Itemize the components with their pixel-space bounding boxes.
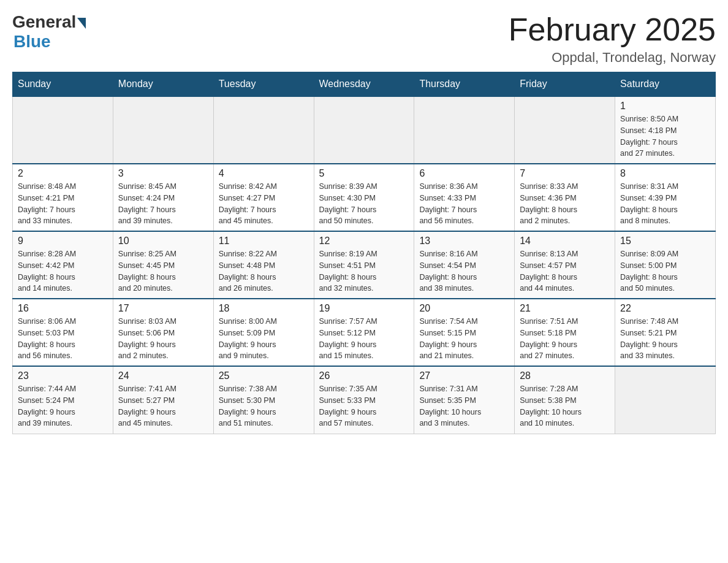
calendar-header-saturday: Saturday <box>615 72 716 97</box>
day-info: Sunrise: 8:50 AM Sunset: 4:18 PM Dayligh… <box>620 113 710 159</box>
calendar-cell: 2Sunrise: 8:48 AM Sunset: 4:21 PM Daylig… <box>13 164 113 231</box>
calendar-cell: 3Sunrise: 8:45 AM Sunset: 4:24 PM Daylig… <box>113 164 213 231</box>
calendar-cell: 14Sunrise: 8:13 AM Sunset: 4:57 PM Dayli… <box>515 231 615 299</box>
day-info: Sunrise: 8:13 AM Sunset: 4:57 PM Dayligh… <box>520 248 610 294</box>
calendar-cell: 9Sunrise: 8:28 AM Sunset: 4:42 PM Daylig… <box>13 231 113 299</box>
calendar-cell: 5Sunrise: 8:39 AM Sunset: 4:30 PM Daylig… <box>314 164 414 231</box>
calendar-cell: 19Sunrise: 7:57 AM Sunset: 5:12 PM Dayli… <box>314 299 414 366</box>
day-info: Sunrise: 7:35 AM Sunset: 5:33 PM Dayligh… <box>319 383 409 429</box>
day-number: 20 <box>419 303 509 314</box>
day-number: 11 <box>219 236 309 247</box>
day-info: Sunrise: 7:57 AM Sunset: 5:12 PM Dayligh… <box>319 316 409 362</box>
calendar-week-row: 23Sunrise: 7:44 AM Sunset: 5:24 PM Dayli… <box>13 366 716 434</box>
calendar-header-tuesday: Tuesday <box>213 72 314 97</box>
calendar-table: SundayMondayTuesdayWednesdayThursdayFrid… <box>12 72 716 434</box>
calendar-cell: 13Sunrise: 8:16 AM Sunset: 4:54 PM Dayli… <box>414 231 515 299</box>
day-info: Sunrise: 8:33 AM Sunset: 4:36 PM Dayligh… <box>520 181 610 227</box>
logo: General Blue <box>12 12 86 52</box>
title-block: February 2025 Oppdal, Trondelag, Norway <box>509 12 716 66</box>
calendar-header-friday: Friday <box>515 72 615 97</box>
day-number: 9 <box>18 236 108 247</box>
day-info: Sunrise: 7:38 AM Sunset: 5:30 PM Dayligh… <box>219 383 309 429</box>
calendar-week-row: 2Sunrise: 8:48 AM Sunset: 4:21 PM Daylig… <box>13 164 716 231</box>
day-info: Sunrise: 8:00 AM Sunset: 5:09 PM Dayligh… <box>219 316 309 362</box>
day-info: Sunrise: 8:16 AM Sunset: 4:54 PM Dayligh… <box>419 248 509 294</box>
day-number: 5 <box>319 168 409 179</box>
day-number: 8 <box>620 168 710 179</box>
day-info: Sunrise: 8:48 AM Sunset: 4:21 PM Dayligh… <box>18 181 108 227</box>
calendar-cell: 12Sunrise: 8:19 AM Sunset: 4:51 PM Dayli… <box>314 231 414 299</box>
month-title: February 2025 <box>509 12 716 47</box>
page-header: General Blue February 2025 Oppdal, Trond… <box>12 12 716 66</box>
day-number: 21 <box>520 303 610 314</box>
day-info: Sunrise: 7:48 AM Sunset: 5:21 PM Dayligh… <box>620 316 710 362</box>
calendar-cell: 17Sunrise: 8:03 AM Sunset: 5:06 PM Dayli… <box>113 299 213 366</box>
day-number: 24 <box>118 370 208 381</box>
logo-general-text: General <box>12 12 76 32</box>
calendar-cell <box>13 96 113 164</box>
day-number: 27 <box>419 370 509 381</box>
calendar-cell: 6Sunrise: 8:36 AM Sunset: 4:33 PM Daylig… <box>414 164 515 231</box>
day-info: Sunrise: 8:42 AM Sunset: 4:27 PM Dayligh… <box>219 181 309 227</box>
calendar-header-sunday: Sunday <box>13 72 113 97</box>
day-number: 22 <box>620 303 710 314</box>
location-title: Oppdal, Trondelag, Norway <box>509 50 716 66</box>
calendar-cell: 15Sunrise: 8:09 AM Sunset: 5:00 PM Dayli… <box>615 231 716 299</box>
day-number: 6 <box>419 168 509 179</box>
day-number: 17 <box>118 303 208 314</box>
day-number: 7 <box>520 168 610 179</box>
calendar-week-row: 1Sunrise: 8:50 AM Sunset: 4:18 PM Daylig… <box>13 96 716 164</box>
day-number: 23 <box>18 370 108 381</box>
calendar-cell: 27Sunrise: 7:31 AM Sunset: 5:35 PM Dayli… <box>414 366 515 434</box>
calendar-cell: 21Sunrise: 7:51 AM Sunset: 5:18 PM Dayli… <box>515 299 615 366</box>
calendar-week-row: 9Sunrise: 8:28 AM Sunset: 4:42 PM Daylig… <box>13 231 716 299</box>
day-number: 28 <box>520 370 610 381</box>
calendar-header-row: SundayMondayTuesdayWednesdayThursdayFrid… <box>13 72 716 97</box>
day-number: 16 <box>18 303 108 314</box>
day-info: Sunrise: 7:31 AM Sunset: 5:35 PM Dayligh… <box>419 383 509 429</box>
logo-blue-text: Blue <box>13 32 51 52</box>
day-number: 18 <box>219 303 309 314</box>
day-info: Sunrise: 7:54 AM Sunset: 5:15 PM Dayligh… <box>419 316 509 362</box>
calendar-header-wednesday: Wednesday <box>314 72 414 97</box>
day-info: Sunrise: 7:41 AM Sunset: 5:27 PM Dayligh… <box>118 383 208 429</box>
day-number: 3 <box>118 168 208 179</box>
calendar-header-monday: Monday <box>113 72 213 97</box>
day-info: Sunrise: 8:25 AM Sunset: 4:45 PM Dayligh… <box>118 248 208 294</box>
calendar-header-thursday: Thursday <box>414 72 515 97</box>
calendar-cell: 20Sunrise: 7:54 AM Sunset: 5:15 PM Dayli… <box>414 299 515 366</box>
calendar-cell: 4Sunrise: 8:42 AM Sunset: 4:27 PM Daylig… <box>213 164 314 231</box>
day-number: 4 <box>219 168 309 179</box>
calendar-cell: 1Sunrise: 8:50 AM Sunset: 4:18 PM Daylig… <box>615 96 716 164</box>
calendar-cell: 22Sunrise: 7:48 AM Sunset: 5:21 PM Dayli… <box>615 299 716 366</box>
day-number: 26 <box>319 370 409 381</box>
day-info: Sunrise: 8:28 AM Sunset: 4:42 PM Dayligh… <box>18 248 108 294</box>
day-info: Sunrise: 8:36 AM Sunset: 4:33 PM Dayligh… <box>419 181 509 227</box>
calendar-cell <box>515 96 615 164</box>
calendar-cell <box>113 96 213 164</box>
day-number: 19 <box>319 303 409 314</box>
day-number: 25 <box>219 370 309 381</box>
day-number: 12 <box>319 236 409 247</box>
day-info: Sunrise: 8:39 AM Sunset: 4:30 PM Dayligh… <box>319 181 409 227</box>
calendar-cell <box>615 366 716 434</box>
day-number: 14 <box>520 236 610 247</box>
day-info: Sunrise: 7:28 AM Sunset: 5:38 PM Dayligh… <box>520 383 610 429</box>
calendar-cell <box>213 96 314 164</box>
calendar-cell: 24Sunrise: 7:41 AM Sunset: 5:27 PM Dayli… <box>113 366 213 434</box>
calendar-week-row: 16Sunrise: 8:06 AM Sunset: 5:03 PM Dayli… <box>13 299 716 366</box>
calendar-cell: 28Sunrise: 7:28 AM Sunset: 5:38 PM Dayli… <box>515 366 615 434</box>
day-info: Sunrise: 8:09 AM Sunset: 5:00 PM Dayligh… <box>620 248 710 294</box>
day-info: Sunrise: 8:03 AM Sunset: 5:06 PM Dayligh… <box>118 316 208 362</box>
day-info: Sunrise: 8:31 AM Sunset: 4:39 PM Dayligh… <box>620 181 710 227</box>
day-info: Sunrise: 8:06 AM Sunset: 5:03 PM Dayligh… <box>18 316 108 362</box>
calendar-cell: 25Sunrise: 7:38 AM Sunset: 5:30 PM Dayli… <box>213 366 314 434</box>
calendar-cell: 23Sunrise: 7:44 AM Sunset: 5:24 PM Dayli… <box>13 366 113 434</box>
day-info: Sunrise: 7:51 AM Sunset: 5:18 PM Dayligh… <box>520 316 610 362</box>
day-number: 1 <box>620 101 710 112</box>
day-info: Sunrise: 7:44 AM Sunset: 5:24 PM Dayligh… <box>18 383 108 429</box>
day-number: 15 <box>620 236 710 247</box>
day-number: 2 <box>18 168 108 179</box>
day-info: Sunrise: 8:19 AM Sunset: 4:51 PM Dayligh… <box>319 248 409 294</box>
calendar-cell: 7Sunrise: 8:33 AM Sunset: 4:36 PM Daylig… <box>515 164 615 231</box>
